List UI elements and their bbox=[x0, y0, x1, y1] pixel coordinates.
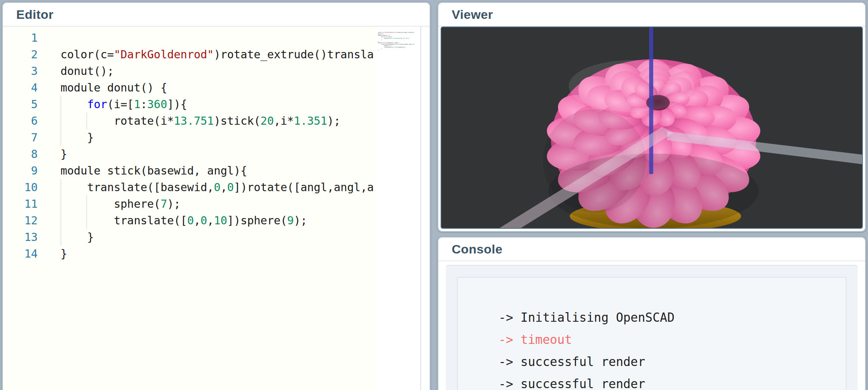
minimap-divider bbox=[420, 27, 421, 390]
line-number: 7 bbox=[3, 131, 38, 144]
code-line: 6 rotate(i*13.751)stick(20,i*1.351); bbox=[3, 113, 373, 129]
code-line: 14} bbox=[3, 245, 373, 262]
split-gutter-vertical[interactable] bbox=[430, 0, 438, 390]
console-message: -> successful render bbox=[499, 373, 838, 390]
line-number: 4 bbox=[3, 81, 38, 94]
minimap[interactable]: color(c="DarkGoldenrod")rotate_extrude()… bbox=[378, 30, 419, 51]
split-gutter-horizontal[interactable] bbox=[438, 232, 866, 237]
viewer-3d-canvas[interactable] bbox=[441, 27, 863, 229]
code-line: 13 } bbox=[3, 229, 373, 245]
code-line: 10 translate([basewid,0,0])rotate([angl,… bbox=[3, 179, 373, 196]
line-number: 3 bbox=[3, 65, 38, 77]
line-number: 2 bbox=[3, 48, 38, 61]
minimap-zone: color(c="DarkGoldenrod")rotate_extrude()… bbox=[375, 27, 430, 390]
code-line: 2color(c="DarkGoldenrod")rotate_extrude(… bbox=[3, 46, 373, 63]
code-line: 4module donut() { bbox=[3, 79, 373, 96]
line-number: 8 bbox=[3, 148, 38, 161]
code-line: 7 } bbox=[3, 129, 373, 146]
viewer-panel: Viewer bbox=[438, 2, 866, 232]
viewer-header: Viewer bbox=[438, 3, 865, 27]
console-panel: Console -> Initialising OpenSCAD-> timeo… bbox=[438, 237, 866, 390]
console-message: -> timeout bbox=[499, 329, 838, 351]
viewer-title: Viewer bbox=[452, 7, 493, 22]
code-line: color(c="DarkGoldenrod")rotate_extrude()… bbox=[378, 32, 419, 33]
code-line: 12 translate([0,0,10])sphere(9); bbox=[3, 212, 373, 229]
console-header: Console bbox=[438, 238, 865, 261]
console-message: -> successful render bbox=[499, 351, 838, 373]
line-number: 13 bbox=[3, 231, 38, 244]
line-number: 1 bbox=[3, 31, 38, 44]
line-number: 5 bbox=[3, 98, 38, 111]
code-line: 9module stick(basewid, angl){ bbox=[3, 162, 373, 179]
editor-header: Editor bbox=[3, 3, 430, 27]
editor-title: Editor bbox=[16, 7, 54, 22]
console-output-area: -> Initialising OpenSCAD-> timeout-> suc… bbox=[446, 265, 858, 390]
line-number: 6 bbox=[3, 114, 38, 127]
code-editor[interactable]: 12color(c="DarkGoldenrod")rotate_extrude… bbox=[3, 27, 430, 390]
console-message: -> Initialising OpenSCAD bbox=[499, 307, 838, 329]
console-log[interactable]: -> Initialising OpenSCAD-> timeout-> suc… bbox=[457, 277, 847, 390]
line-number: 10 bbox=[3, 181, 38, 194]
console-title: Console bbox=[452, 242, 503, 256]
line-number: 9 bbox=[3, 164, 38, 177]
code-lines[interactable]: 12color(c="DarkGoldenrod")rotate_extrude… bbox=[3, 30, 373, 262]
z-axis-line bbox=[649, 27, 653, 174]
code-line: 8} bbox=[3, 146, 373, 162]
code-line: 1 bbox=[3, 30, 373, 46]
donut-render bbox=[441, 27, 862, 228]
editor-panel: Editor 12color(c="DarkGoldenrod")rotate_… bbox=[2, 2, 430, 390]
code-line: 5 for(i=[1:360]){ bbox=[3, 96, 373, 113]
line-number: 12 bbox=[3, 214, 38, 227]
code-line: 3donut(); bbox=[3, 63, 373, 79]
line-number: 11 bbox=[3, 197, 38, 210]
code-line: 11 sphere(7); bbox=[3, 196, 373, 212]
line-number: 14 bbox=[3, 247, 38, 260]
code-line: } bbox=[378, 49, 419, 51]
